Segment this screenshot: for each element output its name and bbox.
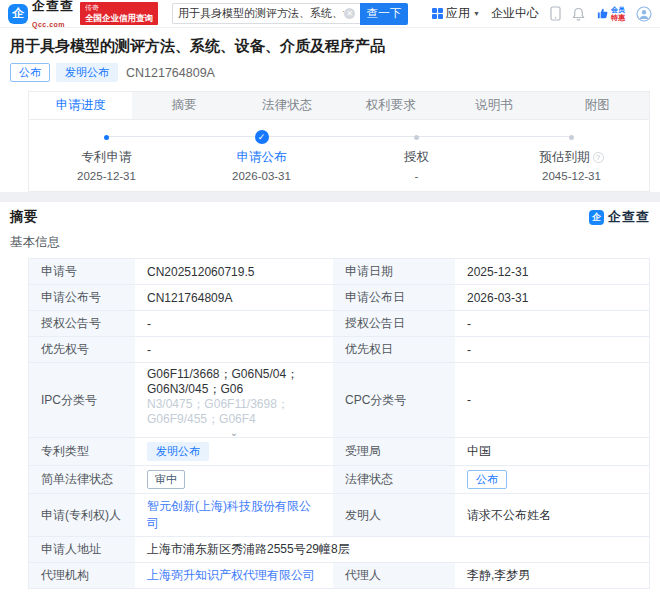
- summary-section: 摘要 企 企查查 基本信息 申请号CN202512060719.5申请日期202…: [0, 202, 660, 593]
- field-value: 上海市浦东新区秀浦路2555号29幢8层: [135, 537, 649, 562]
- top-header: 企 企查查 Qcc.com 传奇 全国企业信用查询 用于具身模型的测评方法、系统…: [0, 0, 660, 28]
- field-label: 发明人: [333, 494, 455, 536]
- timeline-step-date: 2025-12-31: [29, 170, 184, 182]
- field-value: CN121764809A: [135, 285, 333, 310]
- timeline-step-date: 2026-03-31: [184, 170, 339, 182]
- timeline-step-label: 专利申请: [29, 149, 184, 166]
- field-value: CN202512060719.5: [135, 259, 333, 284]
- step-dot-icon: [414, 135, 419, 140]
- table-row: 申请人地址上海市浦东新区秀浦路2555号29幢8层: [29, 537, 649, 563]
- field-value: 中国: [455, 438, 649, 465]
- logo-domain: Qcc.com: [32, 21, 65, 28]
- section-divider: [0, 192, 660, 202]
- qcc-logo-icon: 企: [8, 4, 28, 24]
- agency-link[interactable]: 上海弼升知识产权代理有限公司: [147, 567, 315, 584]
- field-value: 公布: [455, 466, 649, 493]
- patent-type-tag: 发明公布: [56, 63, 118, 82]
- timeline-step-4: 预估到期?2045-12-31: [494, 130, 649, 182]
- field-label: 简单法律状态: [29, 466, 135, 493]
- slogan-badge: 传奇 全国企业信用查询: [80, 2, 158, 25]
- field-label: 法律状态: [333, 466, 455, 493]
- search-input[interactable]: 用于具身模型的测评方法、系统、设备、介质及程序产品 ✕: [172, 3, 360, 24]
- table-row: 简单法律状态审中法律状态公布: [29, 466, 649, 494]
- bell-icon[interactable]: [572, 7, 585, 21]
- progress-widget: 申请进度摘要法律状态权利要求说明书附图 专利申请2025-12-31✓申请公布2…: [28, 91, 650, 192]
- clear-icon[interactable]: ✕: [344, 8, 355, 19]
- expand-chevron-icon[interactable]: ⌄: [230, 429, 238, 437]
- field-value: 2025-12-31: [455, 259, 649, 284]
- subsection-title-basic-info: 基本信息: [10, 234, 650, 251]
- member-line1: 会员: [611, 6, 625, 14]
- status-tag: 发明公布: [147, 442, 209, 461]
- field-value: 2026-03-31: [455, 285, 649, 310]
- table-row: 专利类型发明公布受理局中国: [29, 438, 649, 466]
- qcc-watermark: 企 企查查: [589, 208, 650, 226]
- timeline: 专利申请2025-12-31✓申请公布2026-03-31授权-预估到期?204…: [29, 120, 649, 191]
- member-badge[interactable]: 会员 特惠: [596, 6, 625, 21]
- user-avatar-icon[interactable]: [636, 6, 652, 22]
- publication-number: CN121764809A: [126, 66, 215, 80]
- field-label: 专利类型: [29, 438, 135, 465]
- field-value: -: [135, 337, 333, 362]
- field-value: G06F11/3668；G06N5/04；G06N3/045；G06N3/047…: [135, 363, 333, 437]
- field-value: 上海弼升知识产权代理有限公司: [135, 563, 333, 588]
- field-value: 审中: [135, 466, 333, 493]
- table-row: 优先权号-优先权日-: [29, 337, 649, 363]
- section-title-summary: 摘要: [10, 208, 37, 226]
- field-label: 授权公告日: [333, 311, 455, 336]
- nav-apps[interactable]: 应用 ▼: [432, 5, 480, 22]
- field-label: 申请人地址: [29, 537, 135, 562]
- field-label: 代理人: [333, 563, 455, 588]
- field-value: -: [135, 311, 333, 336]
- patent-header-section: 用于具身模型的测评方法、系统、设备、介质及程序产品 公布 发明公布 CN1217…: [0, 28, 660, 192]
- tab-3[interactable]: 法律状态: [236, 92, 339, 119]
- applicant-link[interactable]: 智元创新(上海)科技股份有限公司: [147, 498, 321, 532]
- tab-2[interactable]: 摘要: [132, 92, 235, 119]
- field-label: 申请公布号: [29, 285, 135, 310]
- tab-5[interactable]: 说明书: [442, 92, 545, 119]
- field-value: -: [455, 311, 649, 336]
- field-value: 智元创新(上海)科技股份有限公司: [135, 494, 333, 536]
- field-label: 申请公布日: [333, 285, 455, 310]
- slogan-badge-top: 传奇: [85, 4, 153, 12]
- mobile-phone-icon[interactable]: [550, 6, 561, 21]
- field-label: 优先权日: [333, 337, 455, 362]
- apps-grid-icon: [432, 8, 443, 19]
- table-row: 授权公告号-授权公告日-: [29, 311, 649, 337]
- timeline-step-2: ✓申请公布2026-03-31: [184, 130, 339, 182]
- table-row: 申请公布号CN121764809A申请公布日2026-03-31: [29, 285, 649, 311]
- field-label: CPC分类号: [333, 363, 455, 437]
- field-label: 申请(专利权)人: [29, 494, 135, 536]
- timeline-step-date: 2045-12-31: [494, 170, 649, 182]
- table-row: 申请号CN202512060719.5申请日期2025-12-31: [29, 259, 649, 285]
- tab-4[interactable]: 权利要求: [339, 92, 442, 119]
- field-value: 请求不公布姓名: [455, 494, 649, 536]
- tab-6[interactable]: 附图: [546, 92, 649, 119]
- status-tag: 公布: [467, 470, 507, 489]
- field-label: 申请日期: [333, 259, 455, 284]
- field-label: 优先权号: [29, 337, 135, 362]
- timeline-step-label: 授权: [339, 149, 494, 166]
- timeline-items: 专利申请2025-12-31✓申请公布2026-03-31授权-预估到期?204…: [29, 130, 649, 182]
- search-button[interactable]: 查一下: [360, 3, 408, 25]
- status-tag: 公布: [10, 63, 50, 82]
- slogan-badge-bottom: 全国企业信用查询: [85, 13, 153, 23]
- check-circle-icon: ✓: [255, 130, 269, 144]
- nav-enterprise-center[interactable]: 企业中心: [491, 5, 539, 22]
- tab-1[interactable]: 申请进度: [29, 92, 132, 119]
- qcc-logo[interactable]: 企 企查查 Qcc.com: [8, 0, 74, 30]
- field-label: 授权公告号: [29, 311, 135, 336]
- qcc-watermark-icon: 企: [589, 210, 604, 225]
- field-label: 受理局: [333, 438, 455, 465]
- table-row: IPC分类号G06F11/3668；G06N5/04；G06N3/045；G06…: [29, 363, 649, 438]
- qcc-watermark-text: 企查查: [608, 208, 650, 226]
- tag-row: 公布 发明公布 CN121764809A: [10, 63, 650, 82]
- step-dot-icon: [569, 135, 574, 140]
- table-row: 代理机构上海弼升知识产权代理有限公司代理人李静,李梦男: [29, 563, 649, 589]
- info-icon[interactable]: ?: [593, 152, 604, 163]
- timeline-step-label: 申请公布: [184, 149, 339, 166]
- status-tag: 审中: [147, 470, 185, 489]
- timeline-step-date: -: [339, 170, 494, 182]
- timeline-step-1: 专利申请2025-12-31: [29, 130, 184, 182]
- field-value: -: [455, 363, 649, 437]
